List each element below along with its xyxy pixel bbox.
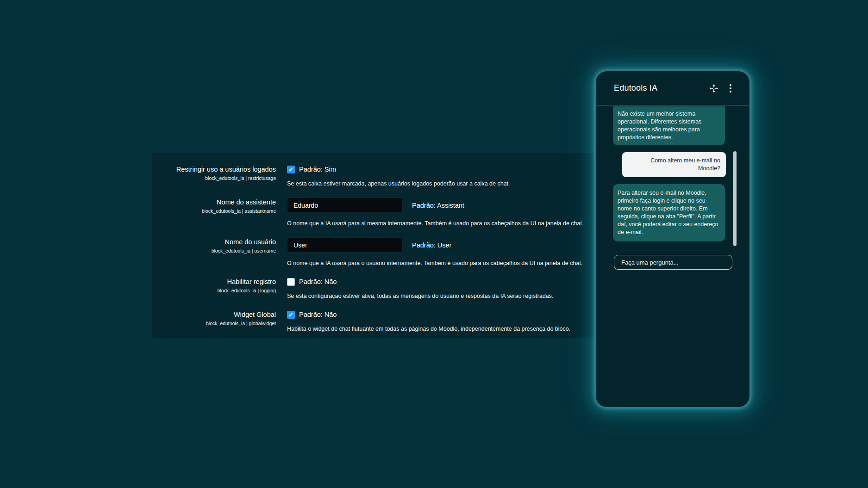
chat-scrollbar-thumb[interactable]: [733, 151, 737, 246]
restrictusage-checkbox[interactable]: [287, 166, 295, 173]
setting-plugin-id: block_edutools_ia | globalwidget: [160, 321, 276, 326]
default-value-label: Padrão: Não: [299, 278, 337, 285]
default-value-label: Padrão: Não: [299, 311, 337, 318]
setting-control: Padrão: User O nome que a IA usará para …: [287, 237, 591, 267]
kebab-menu-icon[interactable]: [725, 83, 736, 93]
setting-row-restrictusage: Restringir uso a usuários logados block_…: [160, 165, 591, 187]
chat-question-input[interactable]: [614, 255, 732, 270]
chat-header-icons: [709, 83, 736, 93]
default-value-label: Padrão: Assistant: [412, 202, 464, 209]
setting-control: Padrão: Assistant O nome que a IA usará …: [287, 198, 591, 227]
assistant-message: Para alterar seu e-mail no Moodle, prime…: [613, 184, 725, 241]
assistant-name-input[interactable]: [287, 198, 403, 213]
setting-plugin-id: block_edutools_ia | assistantname: [160, 208, 276, 214]
setting-description: Se esta caixa estiver marcada, apenas us…: [287, 180, 591, 187]
edutools-chat-widget: Edutools IA Não existe um melhor sistema…: [595, 70, 750, 408]
setting-label: Restringir uso a usuários logados: [160, 165, 276, 174]
chat-title: Edutools IA: [614, 83, 709, 93]
setting-description: Habilita o widget de chat flutuante em t…: [287, 325, 591, 333]
setting-label: Nome do usuário: [160, 238, 276, 247]
chat-message-list: Não existe um melhor sistema operacional…: [596, 106, 749, 241]
globalwidget-checkbox[interactable]: [287, 311, 295, 319]
page-background: { "settings": { "rows": [ { "label": "Re…: [0, 0, 868, 488]
setting-label-block: Habilitar registro block_edutools_ia | l…: [160, 277, 276, 300]
logging-checkbox[interactable]: [287, 278, 295, 286]
setting-row-assistantname: Nome do assistente block_edutools_ia | a…: [160, 198, 591, 227]
default-value-label: Padrão: User: [412, 241, 451, 249]
plugin-settings-panel: Restringir uso a usuários logados block_…: [152, 153, 594, 338]
setting-description: Se esta configuração estiver ativa, toda…: [287, 292, 591, 300]
setting-label: Widget Global: [160, 310, 276, 319]
setting-control: Padrão: Sim Se esta caixa estiver marcad…: [287, 165, 591, 187]
setting-label: Habilitar registro: [160, 278, 276, 286]
move-icon[interactable]: [709, 83, 719, 93]
setting-description: O nome que a IA usará para si mesma inte…: [287, 220, 591, 227]
setting-label-block: Nome do usuário block_edutools_ia | user…: [160, 237, 276, 267]
assistant-message: Não existe um melhor sistema operacional…: [613, 106, 725, 145]
chat-header: Edutools IA: [596, 71, 749, 105]
setting-control: Padrão: Não Se esta configuração estiver…: [287, 277, 591, 300]
setting-control: Padrão: Não Habilita o widget de chat fl…: [287, 310, 591, 333]
setting-row-globalwidget: Widget Global block_edutools_ia | global…: [160, 310, 591, 333]
setting-row-logging: Habilitar registro block_edutools_ia | l…: [160, 277, 591, 300]
setting-row-username: Nome do usuário block_edutools_ia | user…: [160, 237, 591, 267]
setting-label-block: Restringir uso a usuários logados block_…: [160, 165, 276, 187]
setting-plugin-id: block_edutools_ia | logging: [160, 288, 276, 293]
setting-description: O nome que a IA usará para o usuário int…: [287, 259, 591, 267]
setting-label-block: Widget Global block_edutools_ia | global…: [160, 310, 276, 333]
user-message: Como altero meu e-mail no Moodle?: [622, 152, 726, 177]
setting-label-block: Nome do assistente block_edutools_ia | a…: [160, 198, 276, 227]
setting-label: Nome do assistente: [160, 198, 276, 207]
setting-plugin-id: block_edutools_ia | username: [160, 248, 276, 253]
setting-plugin-id: block_edutools_ia | restrictusage: [160, 175, 276, 181]
default-value-label: Padrão: Sim: [299, 166, 336, 173]
user-name-input[interactable]: [287, 237, 403, 253]
